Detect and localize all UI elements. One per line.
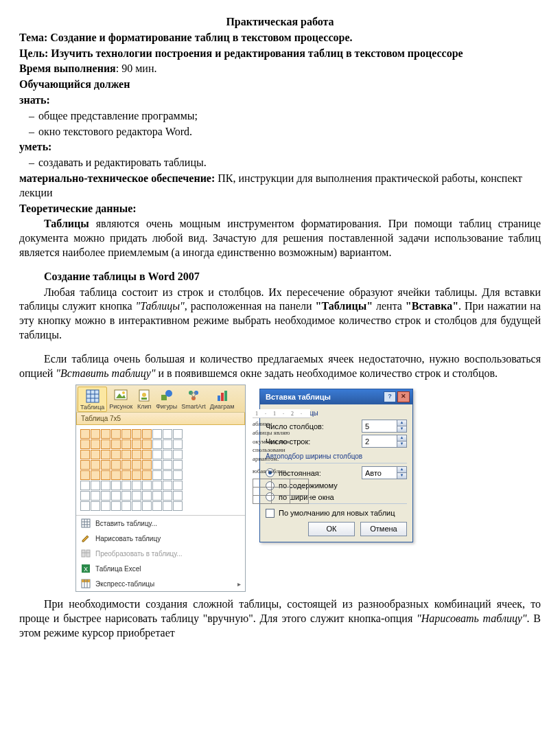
close-button[interactable]: ✕ <box>397 391 410 402</box>
picker-cell[interactable] <box>121 491 131 501</box>
picker-cell[interactable] <box>80 491 90 501</box>
picker-cell[interactable] <box>101 501 110 511</box>
ribbon-button-clip[interactable]: Клип <box>135 387 154 412</box>
picker-cell[interactable] <box>80 470 90 480</box>
cols-input[interactable] <box>362 421 397 431</box>
menu-insert-table[interactable]: Вставить таблицу... <box>76 516 245 531</box>
picker-cell[interactable] <box>80 501 90 511</box>
picker-cell[interactable] <box>80 439 90 449</box>
picker-cell[interactable] <box>111 491 121 501</box>
cols-spinner[interactable]: ▲▼ <box>362 420 407 433</box>
picker-cell[interactable] <box>152 460 162 470</box>
picker-cell[interactable] <box>142 491 152 501</box>
picker-cell[interactable] <box>121 501 131 511</box>
picker-cell[interactable] <box>91 501 100 511</box>
picker-cell[interactable] <box>111 481 121 490</box>
picker-cell[interactable] <box>101 460 110 470</box>
picker-cell[interactable] <box>173 450 183 459</box>
spin-down-icon[interactable]: ▼ <box>397 426 406 432</box>
picker-cell[interactable] <box>142 481 152 490</box>
picker-cell[interactable] <box>152 429 162 439</box>
picker-cell[interactable] <box>101 481 110 490</box>
picker-cell[interactable] <box>111 439 121 449</box>
picker-cell[interactable] <box>80 450 90 459</box>
picker-cell[interactable] <box>91 481 100 490</box>
picker-cell[interactable] <box>142 501 152 511</box>
picker-cell[interactable] <box>173 501 183 511</box>
picker-cell[interactable] <box>142 439 152 449</box>
picker-cell[interactable] <box>163 481 172 490</box>
menu-draw-table[interactable]: Нарисовать таблицу <box>76 531 245 546</box>
picker-cell[interactable] <box>132 481 141 490</box>
picker-cell[interactable] <box>101 491 110 501</box>
picker-cell[interactable] <box>173 429 183 439</box>
spin-up-icon[interactable]: ▲ <box>397 467 406 473</box>
picker-cell[interactable] <box>121 460 131 470</box>
ribbon-button-chart[interactable]: Диаграм <box>208 387 237 412</box>
cancel-button[interactable]: Отмена <box>360 522 407 536</box>
picker-cell[interactable] <box>121 429 131 439</box>
fixed-width-spinner[interactable]: ▲▼ <box>362 466 407 479</box>
picker-cell[interactable] <box>142 470 152 480</box>
picker-cell[interactable] <box>173 491 183 501</box>
picker-cell[interactable] <box>152 501 162 511</box>
menu-excel-table[interactable]: X Таблица Excel <box>76 561 245 576</box>
ribbon-button-shapes[interactable]: Фигуры <box>154 387 179 412</box>
picker-cell[interactable] <box>163 501 172 511</box>
picker-cell[interactable] <box>132 460 141 470</box>
picker-cell[interactable] <box>121 481 131 490</box>
picker-cell[interactable] <box>163 460 172 470</box>
picker-cell[interactable] <box>173 439 183 449</box>
picker-cell[interactable] <box>121 470 131 480</box>
picker-cell[interactable] <box>101 450 110 459</box>
picker-cell[interactable] <box>91 450 100 459</box>
picker-cell[interactable] <box>163 450 172 459</box>
picker-cell[interactable] <box>132 501 141 511</box>
picker-cell[interactable] <box>111 501 121 511</box>
picker-cell[interactable] <box>111 460 121 470</box>
picker-cell[interactable] <box>152 491 162 501</box>
picker-cell[interactable] <box>111 450 121 459</box>
rows-input[interactable] <box>362 436 397 446</box>
picker-cell[interactable] <box>121 439 131 449</box>
picker-cell[interactable] <box>142 460 152 470</box>
ribbon-button-smartart[interactable]: SmartArt <box>179 387 208 412</box>
picker-cell[interactable] <box>152 481 162 490</box>
picker-cell[interactable] <box>163 470 172 480</box>
picker-cell[interactable] <box>163 429 172 439</box>
spin-down-icon[interactable]: ▼ <box>397 473 406 479</box>
picker-cell[interactable] <box>101 470 110 480</box>
picker-cell[interactable] <box>101 439 110 449</box>
picker-cell[interactable] <box>173 481 183 490</box>
help-button[interactable]: ? <box>384 391 396 402</box>
rows-spinner[interactable]: ▲▼ <box>362 435 407 448</box>
table-size-picker[interactable] <box>76 425 245 515</box>
ribbon-button-table[interactable]: Таблица <box>78 387 107 412</box>
picker-cell[interactable] <box>80 460 90 470</box>
picker-cell[interactable] <box>121 450 131 459</box>
spin-down-icon[interactable]: ▼ <box>397 442 406 447</box>
picker-cell[interactable] <box>152 470 162 480</box>
menu-quick-tables[interactable]: Экспресс-таблицы ▸ <box>76 576 245 591</box>
picker-cell[interactable] <box>91 491 100 501</box>
picker-cell[interactable] <box>80 429 90 439</box>
spin-up-icon[interactable]: ▲ <box>397 435 406 442</box>
picker-cell[interactable] <box>132 429 141 439</box>
picker-cell[interactable] <box>91 460 100 470</box>
fixed-width-input[interactable] <box>362 468 397 478</box>
picker-cell[interactable] <box>142 429 152 439</box>
picker-cell[interactable] <box>80 481 90 490</box>
picker-cell[interactable] <box>132 439 141 449</box>
picker-cell[interactable] <box>111 470 121 480</box>
picker-cell[interactable] <box>142 450 152 459</box>
picker-cell[interactable] <box>132 491 141 501</box>
picker-cell[interactable] <box>91 439 100 449</box>
picker-cell[interactable] <box>132 470 141 480</box>
spin-up-icon[interactable]: ▲ <box>397 420 406 426</box>
picker-cell[interactable] <box>132 450 141 459</box>
picker-cell[interactable] <box>163 439 172 449</box>
picker-cell[interactable] <box>152 450 162 459</box>
picker-cell[interactable] <box>173 470 183 480</box>
remember-checkbox-row[interactable]: По умолчанию для новых таблиц <box>266 508 407 518</box>
ok-button[interactable]: ОК <box>308 522 355 536</box>
